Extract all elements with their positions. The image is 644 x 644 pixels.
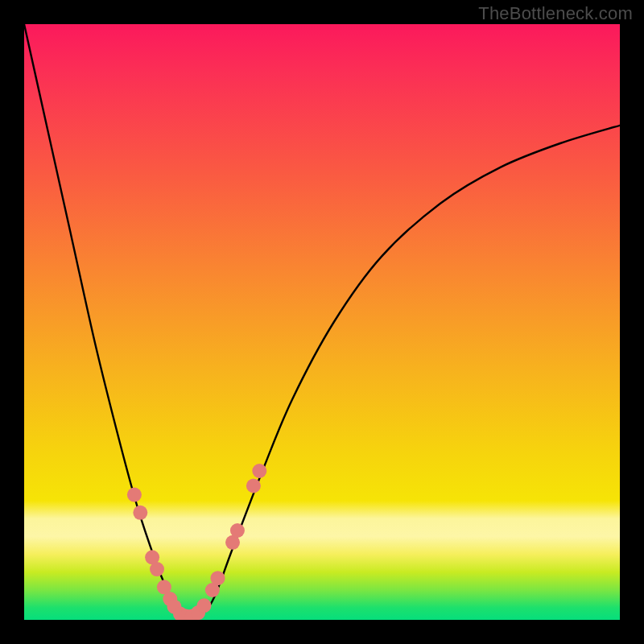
curve-marker bbox=[127, 488, 142, 502]
curve-marker bbox=[230, 523, 245, 538]
curve-marker bbox=[133, 506, 147, 520]
curve-marker bbox=[150, 562, 164, 576]
curve-marker bbox=[246, 479, 261, 493]
watermark-text: TheBottleneck.com bbox=[478, 3, 633, 24]
plot-area bbox=[24, 24, 620, 620]
curve-marker bbox=[252, 464, 266, 478]
curve-svg bbox=[24, 24, 620, 620]
curve-marker bbox=[211, 571, 225, 585]
curve-marker bbox=[196, 598, 211, 613]
chart-container: TheBottleneck.com bbox=[0, 0, 644, 644]
bottleneck-curve bbox=[24, 24, 620, 618]
